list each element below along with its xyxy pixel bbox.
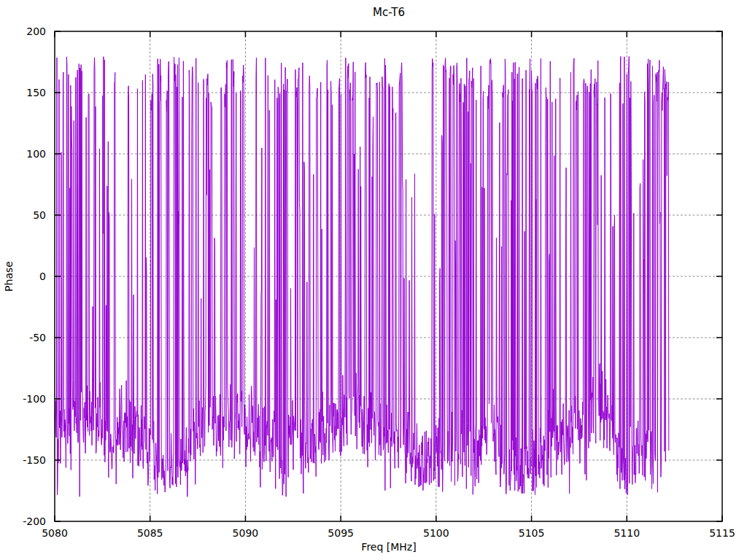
y-axis-label: Phase	[3, 261, 15, 292]
y-tick-label: 50	[33, 209, 46, 221]
y-tick-label: 100	[26, 148, 46, 160]
x-tick-label: 5105	[519, 527, 545, 539]
y-tick-label: 0	[39, 271, 46, 282]
y-tick-label: 200	[26, 26, 46, 37]
x-tick-label: 5080	[42, 527, 68, 539]
x-tick-label: 5085	[137, 527, 163, 539]
x-tick-label: 5100	[423, 527, 449, 539]
page: { "chart_data": { "type": "line", "title…	[0, 0, 747, 560]
phase-chart: 50805085509050955100510551105115-200-150…	[0, 0, 747, 560]
x-tick-label: 5110	[614, 527, 640, 539]
chart-title: Mc-T6	[373, 6, 405, 19]
y-tick-label: 150	[26, 87, 46, 98]
x-axis-label: Freq [MHz]	[361, 541, 416, 553]
y-tick-label: -100	[23, 393, 46, 405]
x-tick-label: 5115	[709, 527, 735, 539]
y-tick-label: -50	[29, 332, 46, 343]
x-tick-label: 5090	[233, 527, 259, 539]
x-tick-label: 5095	[328, 527, 354, 539]
y-tick-label: -150	[23, 454, 46, 466]
y-tick-label: -200	[23, 516, 46, 527]
phase-chart-figure: 50805085509050955100510551105115-200-150…	[0, 0, 747, 560]
